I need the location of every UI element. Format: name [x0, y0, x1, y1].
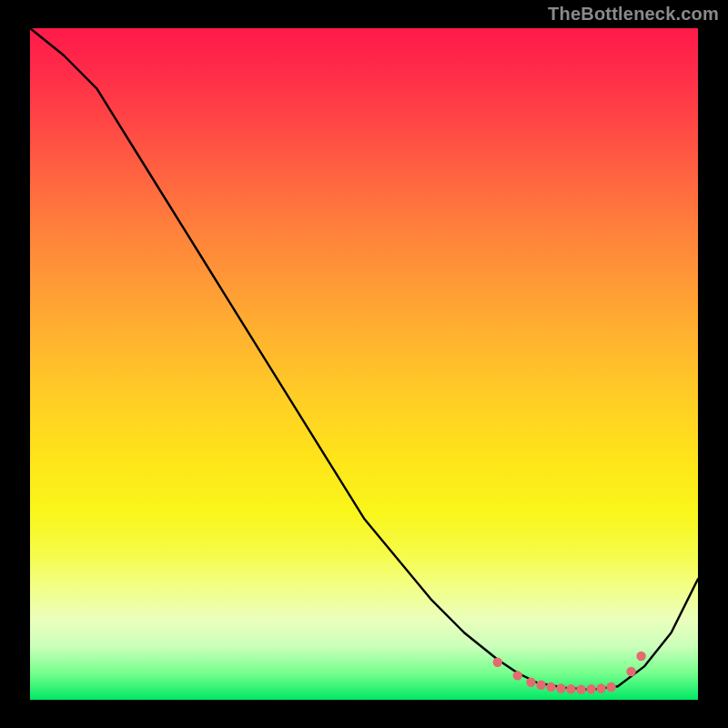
marker-group — [493, 652, 646, 694]
chart-svg — [30, 28, 698, 700]
marker-dot — [586, 684, 595, 693]
marker-dot — [636, 652, 645, 661]
marker-dot — [626, 667, 635, 676]
marker-dot — [493, 658, 502, 667]
marker-dot — [513, 671, 522, 680]
chart-root: TheBottleneck.com — [0, 0, 728, 728]
marker-dot — [606, 682, 615, 692]
curve-path — [30, 28, 698, 690]
marker-dot — [556, 683, 565, 693]
marker-dot — [526, 678, 535, 687]
marker-dot — [536, 681, 545, 690]
marker-dot — [566, 684, 575, 693]
marker-dot — [576, 684, 585, 693]
marker-dot — [596, 683, 605, 693]
marker-dot — [546, 682, 555, 692]
attribution-text: TheBottleneck.com — [548, 4, 719, 25]
